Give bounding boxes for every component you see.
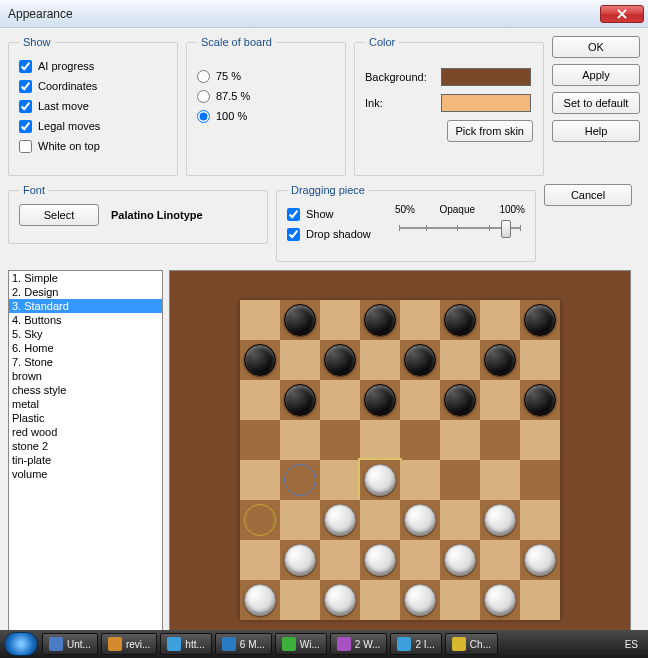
task-icon [282,637,296,651]
task-label: Unt... [67,639,91,650]
task-icon [108,637,122,651]
board-preview [169,270,631,650]
board-square [240,380,280,420]
swatch-background[interactable] [441,68,531,86]
checkbox-ai-progress[interactable] [19,60,32,73]
task-item[interactable]: 2 I... [390,633,441,655]
board-square [400,420,440,460]
board-square [280,540,320,580]
help-button[interactable]: Help [552,120,640,142]
slider-100: 100% [499,204,525,215]
checkbox-coordinates[interactable] [19,80,32,93]
board-square [360,340,400,380]
board-square [280,580,320,620]
task-item[interactable]: 2 W... [330,633,388,655]
opacity-slider[interactable] [395,215,525,237]
board-square [480,580,520,620]
list-item[interactable]: Plastic [9,411,162,425]
list-item[interactable]: 7. Stone [9,355,162,369]
board-square [360,380,400,420]
taskbar: Unt...revi...htt...6 M...Wi...2 W...2 I.… [0,630,648,658]
list-item[interactable]: red wood [9,425,162,439]
task-item[interactable]: htt... [160,633,211,655]
piece-white [484,504,516,536]
start-button[interactable] [4,632,38,656]
task-item[interactable]: Unt... [42,633,98,655]
checkbox-drop-shadow[interactable] [287,228,300,241]
group-color-legend: Color [365,36,399,48]
task-label: Ch... [470,639,491,650]
list-item[interactable]: chess style [9,383,162,397]
piece-white [444,544,476,576]
piece-white-highlighted [364,464,396,496]
skin-listbox[interactable]: 1. Simple2. Design3. Standard4. Buttons5… [8,270,163,650]
piece-black [524,384,556,416]
apply-button[interactable]: Apply [552,64,640,86]
board-square [520,460,560,500]
slider-label: Opaque [417,204,497,215]
board-square [480,420,520,460]
board-square [440,460,480,500]
task-item[interactable]: Ch... [445,633,498,655]
cancel-button[interactable]: Cancel [544,184,632,206]
board-square [520,580,560,620]
board-square [440,500,480,540]
list-item[interactable]: tin-plate [9,453,162,467]
list-item[interactable]: 4. Buttons [9,313,162,327]
board-square [280,500,320,540]
radio-75[interactable] [197,70,210,83]
piece-black [284,384,316,416]
checkbox-drag-show[interactable] [287,208,300,221]
board-square [320,500,360,540]
piece-white [284,544,316,576]
board-square [480,460,520,500]
checkbox-white-on-top[interactable] [19,140,32,153]
set-default-button[interactable]: Set to default [552,92,640,114]
board-square [440,580,480,620]
board-square [400,460,440,500]
list-item[interactable]: volume [9,467,162,481]
piece-black [524,304,556,336]
list-item[interactable]: 5. Sky [9,327,162,341]
list-item[interactable]: metal [9,397,162,411]
list-item[interactable]: 6. Home [9,341,162,355]
move-hint-gold [244,504,276,536]
board-square [240,580,280,620]
board-square [440,300,480,340]
list-item[interactable]: 3. Standard [9,299,162,313]
close-button[interactable] [600,5,644,23]
task-item[interactable]: 6 M... [215,633,272,655]
slider-50: 50% [395,204,415,215]
checkbox-last-move[interactable] [19,100,32,113]
label-100: 100 % [216,110,247,122]
system-tray[interactable]: ES [625,639,644,650]
piece-white [404,504,436,536]
radio-87[interactable] [197,90,210,103]
task-label: Wi... [300,639,320,650]
list-item[interactable]: stone 2 [9,439,162,453]
list-item[interactable]: brown [9,369,162,383]
radio-100[interactable] [197,110,210,123]
label-drop-shadow: Drop shadow [306,228,371,240]
client-area: Show AI progress Coordinates Last move L… [0,28,648,630]
task-item[interactable]: revi... [101,633,157,655]
task-label: 2 W... [355,639,381,650]
task-icon [337,637,351,651]
task-item[interactable]: Wi... [275,633,327,655]
board-square [400,340,440,380]
board-square [520,300,560,340]
swatch-ink[interactable] [441,94,531,112]
board-square [440,380,480,420]
pick-from-skin-button[interactable]: Pick from skin [447,120,533,142]
list-item[interactable]: 2. Design [9,285,162,299]
ok-button[interactable]: OK [552,36,640,58]
board-square [280,300,320,340]
board-square [280,460,320,500]
list-item[interactable]: 1. Simple [9,271,162,285]
board-square [400,380,440,420]
lang-indicator[interactable]: ES [625,639,638,650]
board-square [320,380,360,420]
piece-black [324,344,356,376]
select-font-button[interactable]: Select [19,204,99,226]
checkbox-legal-moves[interactable] [19,120,32,133]
